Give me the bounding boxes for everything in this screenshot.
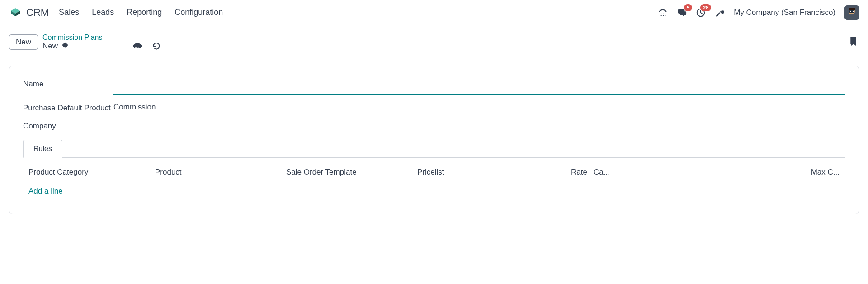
- col-sale-order-template[interactable]: Sale Order Template: [286, 168, 417, 177]
- tab-rules[interactable]: Rules: [23, 140, 62, 158]
- svg-point-13: [853, 10, 854, 11]
- svg-point-4: [660, 15, 661, 16]
- col-capped[interactable]: Ca...: [594, 168, 625, 177]
- breadcrumb: Commission Plans New: [42, 33, 106, 51]
- messages-icon[interactable]: 5: [677, 8, 687, 18]
- form-row-purchase-default: Purchase Default Product Commission: [23, 103, 845, 113]
- purchase-default-value[interactable]: Commission: [113, 103, 845, 112]
- table-header: Product Category Product Sale Order Temp…: [23, 166, 845, 181]
- nav-configuration[interactable]: Configuration: [175, 8, 223, 17]
- tabs: Rules: [23, 140, 845, 158]
- svg-rect-11: [849, 10, 854, 13]
- undo-icon[interactable]: [152, 42, 161, 52]
- svg-point-7: [665, 15, 666, 16]
- activities-badge: 28: [700, 4, 711, 11]
- new-button[interactable]: New: [9, 34, 38, 50]
- activities-icon[interactable]: 28: [696, 8, 706, 18]
- nav-sales[interactable]: Sales: [59, 8, 79, 17]
- gear-icon[interactable]: [61, 42, 69, 51]
- app-title[interactable]: CRM: [26, 7, 49, 19]
- company-selector[interactable]: My Company (San Francisco): [734, 8, 835, 17]
- tools-icon[interactable]: [715, 8, 725, 18]
- action-icons: [133, 42, 161, 52]
- name-label: Name: [23, 79, 113, 89]
- breadcrumb-parent[interactable]: Commission Plans: [42, 33, 106, 42]
- app-logo[interactable]: [9, 6, 22, 19]
- col-product-category[interactable]: Product Category: [28, 168, 155, 177]
- svg-rect-14: [849, 8, 855, 10]
- top-nav-right: 5 28 My Company (San Francisco): [658, 5, 859, 20]
- form-container: Name Purchase Default Product Commission…: [9, 66, 859, 214]
- company-label: Company: [23, 121, 113, 131]
- nav-links: Sales Leads Reporting Configuration: [59, 8, 223, 17]
- svg-point-5: [661, 15, 662, 16]
- messages-badge: 5: [684, 4, 692, 11]
- form-row-name: Name: [23, 79, 845, 95]
- avatar[interactable]: [844, 5, 859, 20]
- phone-icon[interactable]: [658, 8, 668, 18]
- form-row-company: Company: [23, 121, 845, 131]
- name-input[interactable]: [113, 79, 845, 95]
- svg-point-1: [661, 13, 662, 14]
- svg-point-12: [850, 10, 851, 11]
- nav-leads[interactable]: Leads: [92, 8, 114, 17]
- purchase-default-label: Purchase Default Product: [23, 103, 113, 113]
- sub-header: New Commission Plans New: [0, 25, 868, 60]
- col-rate[interactable]: Rate: [571, 168, 594, 177]
- top-nav: CRM Sales Leads Reporting Configuration …: [0, 0, 868, 25]
- rules-table: Product Category Product Sale Order Temp…: [23, 166, 845, 201]
- add-line-button[interactable]: Add a line: [23, 181, 68, 201]
- cloud-upload-icon[interactable]: [133, 42, 142, 52]
- nav-reporting[interactable]: Reporting: [127, 8, 162, 17]
- svg-point-6: [663, 15, 664, 16]
- svg-point-0: [660, 13, 661, 14]
- bookmark-icon[interactable]: [849, 37, 857, 48]
- col-pricelist[interactable]: Pricelist: [417, 168, 571, 177]
- svg-point-2: [663, 13, 664, 14]
- col-product[interactable]: Product: [155, 168, 286, 177]
- breadcrumb-current: New: [42, 42, 58, 51]
- svg-point-3: [665, 13, 666, 14]
- col-max-commission[interactable]: Max C...: [625, 168, 840, 177]
